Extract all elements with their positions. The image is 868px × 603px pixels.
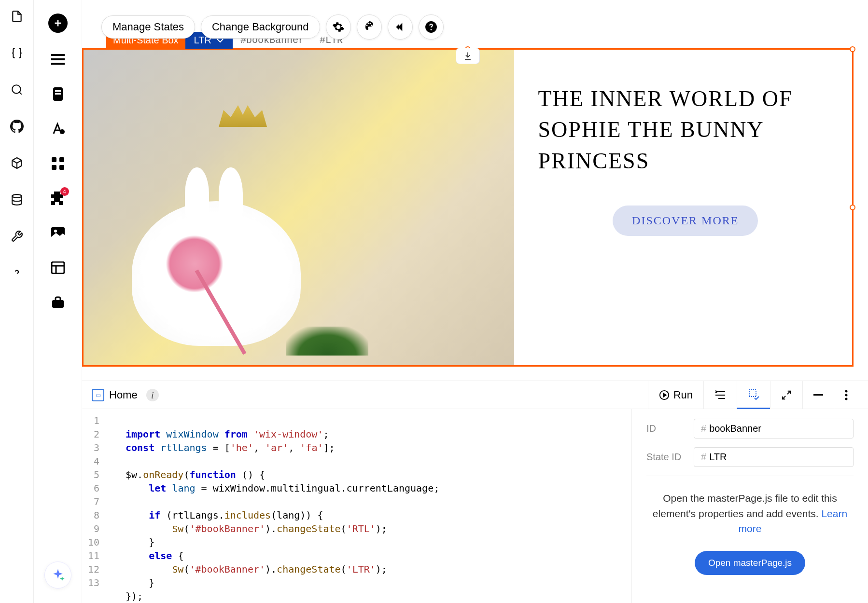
properties-message: Open the masterPage.js file to edit this… bbox=[646, 491, 854, 536]
animation-icon[interactable] bbox=[388, 14, 413, 40]
code-panel: ▭ Home i Run 12345678910111213 bbox=[82, 381, 868, 603]
change-background-button[interactable]: Change Background bbox=[201, 15, 320, 39]
id-input[interactable]: #bookBanner bbox=[694, 419, 854, 439]
github-icon[interactable] bbox=[9, 119, 25, 134]
svg-point-0 bbox=[12, 85, 20, 93]
resize-handle[interactable] bbox=[850, 46, 855, 52]
page-icon[interactable] bbox=[50, 86, 66, 102]
braces-icon[interactable] bbox=[9, 45, 25, 61]
code-editor[interactable]: 12345678910111213 import wixWindow from … bbox=[82, 409, 631, 603]
expand-icon[interactable] bbox=[770, 381, 802, 409]
svg-point-35 bbox=[845, 390, 848, 392]
file-name: Home bbox=[109, 389, 138, 401]
banner-image bbox=[84, 50, 514, 365]
database-icon[interactable] bbox=[9, 192, 25, 207]
code-content[interactable]: import wixWindow from 'wix-window'; cons… bbox=[106, 414, 631, 603]
svg-rect-7 bbox=[51, 54, 65, 56]
svg-point-37 bbox=[845, 397, 848, 400]
plugins-icon[interactable]: 4 bbox=[50, 190, 66, 206]
theme-icon[interactable] bbox=[50, 121, 66, 137]
run-button[interactable]: Run bbox=[648, 381, 703, 409]
wrench-icon[interactable] bbox=[9, 229, 25, 244]
svg-rect-31 bbox=[749, 390, 756, 397]
settings-icon[interactable] bbox=[326, 14, 351, 40]
svg-rect-12 bbox=[55, 93, 61, 95]
multi-state-box-element[interactable]: THE INNER WORLD OF SOPHIE THE BUNNY PRIN… bbox=[82, 48, 854, 367]
svg-rect-15 bbox=[59, 157, 64, 162]
svg-rect-11 bbox=[55, 90, 61, 92]
banner-text-area: THE INNER WORLD OF SOPHIE THE BUNNY PRIN… bbox=[514, 50, 852, 365]
apps-icon[interactable] bbox=[50, 155, 66, 172]
svg-rect-34 bbox=[813, 394, 823, 396]
ide-rail bbox=[0, 0, 34, 603]
business-icon[interactable] bbox=[50, 294, 66, 311]
svg-point-19 bbox=[54, 230, 57, 233]
svg-rect-23 bbox=[52, 300, 64, 308]
svg-point-36 bbox=[845, 394, 848, 396]
id-label: ID bbox=[646, 423, 685, 434]
editor-rail: 4 bbox=[34, 0, 82, 603]
add-button[interactable] bbox=[48, 14, 68, 33]
properties-icon[interactable] bbox=[737, 381, 770, 409]
manage-states-button[interactable]: Manage States bbox=[101, 15, 195, 39]
file-tab[interactable]: ▭ Home i bbox=[92, 389, 159, 401]
svg-point-25 bbox=[430, 29, 432, 30]
properties-panel: ID #bookBanner State ID #LTR Open the ma… bbox=[631, 409, 868, 603]
svg-rect-9 bbox=[51, 63, 65, 65]
package-icon[interactable] bbox=[9, 155, 25, 171]
banner-title: THE INNER WORLD OF SOPHIE THE BUNNY PRIN… bbox=[538, 83, 833, 177]
section-icon[interactable] bbox=[50, 51, 66, 68]
design-icon[interactable] bbox=[357, 14, 382, 40]
state-id-input[interactable]: #LTR bbox=[694, 447, 854, 467]
line-gutter: 12345678910111213 bbox=[82, 414, 106, 603]
code-panel-header: ▭ Home i Run bbox=[82, 381, 868, 409]
svg-point-13 bbox=[60, 129, 65, 134]
help-icon[interactable] bbox=[419, 14, 444, 40]
svg-line-1 bbox=[19, 92, 22, 95]
format-icon[interactable] bbox=[703, 381, 737, 409]
editor-canvas[interactable]: Manage States Change Background Multi-St… bbox=[82, 0, 868, 381]
svg-point-3 bbox=[12, 194, 22, 198]
state-id-label: State ID bbox=[646, 452, 685, 463]
info-icon[interactable]: i bbox=[146, 389, 159, 401]
svg-rect-14 bbox=[52, 157, 56, 162]
file-type-icon: ▭ bbox=[92, 389, 104, 401]
notification-badge: 4 bbox=[60, 187, 69, 196]
svg-line-33 bbox=[783, 396, 785, 398]
file-icon[interactable] bbox=[9, 9, 25, 24]
svg-rect-20 bbox=[52, 262, 64, 274]
discover-more-button[interactable]: DISCOVER MORE bbox=[613, 206, 758, 236]
svg-rect-16 bbox=[52, 165, 56, 170]
cms-icon[interactable] bbox=[50, 260, 66, 276]
svg-rect-8 bbox=[51, 58, 65, 60]
resize-handle[interactable] bbox=[850, 205, 855, 210]
element-toolbar: Manage States Change Background bbox=[101, 14, 444, 40]
media-icon[interactable] bbox=[50, 225, 66, 241]
open-masterpage-button[interactable]: Open masterPage.js bbox=[695, 551, 805, 575]
svg-marker-27 bbox=[663, 393, 666, 397]
svg-rect-17 bbox=[59, 165, 64, 170]
help-icon[interactable] bbox=[9, 265, 25, 281]
svg-line-32 bbox=[787, 391, 790, 394]
search-icon[interactable] bbox=[9, 82, 25, 97]
download-icon[interactable] bbox=[456, 48, 480, 64]
minimize-icon[interactable] bbox=[802, 381, 834, 409]
more-icon[interactable] bbox=[834, 381, 858, 409]
ai-assistant-button[interactable] bbox=[44, 562, 71, 589]
